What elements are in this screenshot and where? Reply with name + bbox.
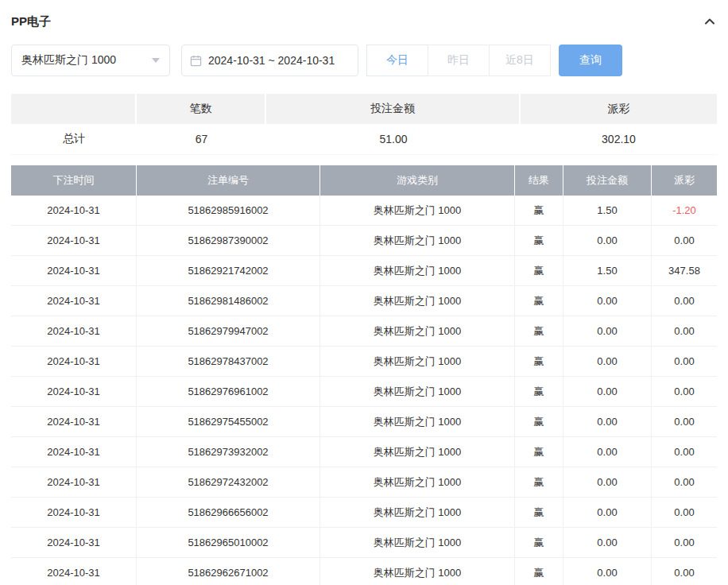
cell-game-type: 奥林匹斯之门 1000 bbox=[320, 316, 515, 347]
cell-bet-time: 2024-10-31 bbox=[11, 528, 137, 558]
date-range-picker[interactable]: 2024-10-31 ~ 2024-10-31 bbox=[181, 45, 358, 76]
cell-bet-amount: 0.00 bbox=[563, 437, 652, 467]
summary-total-count: 67 bbox=[137, 124, 266, 155]
panel-header: PP电子 bbox=[11, 11, 717, 32]
cell-bet-id: 51862981486002 bbox=[137, 286, 320, 316]
date-range-value: 2024-10-31 ~ 2024-10-31 bbox=[208, 54, 335, 67]
cell-bet-time: 2024-10-31 bbox=[11, 407, 137, 437]
col-header-game-type: 游戏类别 bbox=[320, 165, 515, 196]
cell-result: 赢 bbox=[515, 437, 563, 467]
table-row: 2024-10-3151862981486002奥林匹斯之门 1000赢0.00… bbox=[11, 286, 717, 316]
cell-bet-time: 2024-10-31 bbox=[11, 467, 137, 498]
summary-total-label: 总计 bbox=[11, 124, 137, 155]
cell-result: 赢 bbox=[515, 226, 563, 256]
cell-result: 赢 bbox=[515, 377, 563, 407]
cell-bet-time: 2024-10-31 bbox=[11, 377, 137, 407]
cell-bet-amount: 0.00 bbox=[563, 377, 652, 407]
cell-bet-id: 51862966656002 bbox=[137, 498, 320, 528]
quick-range-yesterday-button[interactable]: 昨日 bbox=[428, 45, 490, 76]
cell-bet-time: 2024-10-31 bbox=[11, 498, 137, 528]
col-header-payout: 派彩 bbox=[652, 165, 717, 196]
summary-total-payout: 302.10 bbox=[521, 124, 717, 155]
cell-bet-amount: 0.00 bbox=[563, 528, 652, 558]
cell-bet-amount: 0.00 bbox=[563, 316, 652, 347]
cell-bet-id: 51862976961002 bbox=[137, 377, 320, 407]
cell-payout: 0.00 bbox=[652, 407, 717, 437]
calendar-icon bbox=[190, 55, 202, 67]
cell-result: 赢 bbox=[515, 498, 563, 528]
table-row: 2024-10-3151862987390002奥林匹斯之门 1000赢0.00… bbox=[11, 226, 717, 256]
cell-bet-id: 51862985916002 bbox=[137, 196, 320, 226]
cell-bet-time: 2024-10-31 bbox=[11, 558, 137, 585]
cell-game-type: 奥林匹斯之门 1000 bbox=[320, 286, 515, 316]
col-header-bet-id: 注单编号 bbox=[137, 165, 320, 196]
summary-header-bet-amount: 投注金额 bbox=[266, 94, 521, 124]
cell-bet-amount: 0.00 bbox=[563, 286, 652, 316]
summary-total-row: 总计 67 51.00 302.10 bbox=[11, 124, 717, 155]
col-header-bet-amount: 投注金额 bbox=[563, 165, 652, 196]
summary-header-payout: 派彩 bbox=[521, 94, 717, 124]
cell-payout: 0.00 bbox=[652, 498, 717, 528]
summary-table: 笔数 投注金额 派彩 总计 67 51.00 302.10 bbox=[11, 94, 717, 155]
search-button[interactable]: 查询 bbox=[559, 45, 622, 76]
cell-payout: 0.00 bbox=[652, 528, 717, 558]
table-row: 2024-10-3151862972432002奥林匹斯之门 1000赢0.00… bbox=[11, 467, 717, 498]
cell-result: 赢 bbox=[515, 256, 563, 286]
cell-result: 赢 bbox=[515, 196, 563, 226]
table-row: 2024-10-3151862921742002奥林匹斯之门 1000赢1.50… bbox=[11, 256, 717, 286]
cell-bet-id: 51862979947002 bbox=[137, 316, 320, 347]
cell-result: 赢 bbox=[515, 467, 563, 498]
cell-game-type: 奥林匹斯之门 1000 bbox=[320, 558, 515, 585]
quick-range-today-button[interactable]: 今日 bbox=[366, 45, 428, 76]
quick-range-group: 今日 昨日 近8日 bbox=[366, 45, 551, 76]
cell-payout: -1.20 bbox=[652, 196, 717, 226]
cell-payout: 0.00 bbox=[652, 467, 717, 498]
table-row: 2024-10-3151862975455002奥林匹斯之门 1000赢0.00… bbox=[11, 407, 717, 437]
table-row: 2024-10-3151862962671002奥林匹斯之门 1000赢0.00… bbox=[11, 558, 717, 585]
cell-bet-amount: 0.00 bbox=[563, 467, 652, 498]
collapse-chevron-up-icon[interactable] bbox=[703, 14, 717, 29]
cell-bet-id: 51862973932002 bbox=[137, 437, 320, 467]
cell-game-type: 奥林匹斯之门 1000 bbox=[320, 407, 515, 437]
game-select[interactable]: 奥林匹斯之门 1000 bbox=[11, 45, 170, 76]
cell-result: 赢 bbox=[515, 347, 563, 377]
cell-payout: 0.00 bbox=[652, 558, 717, 585]
cell-bet-amount: 0.00 bbox=[563, 498, 652, 528]
cell-payout: 0.00 bbox=[652, 377, 717, 407]
bet-table-body: 2024-10-3151862985916002奥林匹斯之门 1000赢1.50… bbox=[11, 196, 717, 585]
cell-bet-time: 2024-10-31 bbox=[11, 226, 137, 256]
cell-result: 赢 bbox=[515, 558, 563, 585]
game-select-value: 奥林匹斯之门 1000 bbox=[21, 53, 116, 68]
cell-bet-time: 2024-10-31 bbox=[11, 256, 137, 286]
cell-bet-time: 2024-10-31 bbox=[11, 286, 137, 316]
cell-bet-amount: 1.50 bbox=[563, 256, 652, 286]
cell-bet-time: 2024-10-31 bbox=[11, 437, 137, 467]
quick-range-8days-button[interactable]: 近8日 bbox=[489, 45, 551, 76]
cell-game-type: 奥林匹斯之门 1000 bbox=[320, 256, 515, 286]
cell-bet-id: 51862975455002 bbox=[137, 407, 320, 437]
cell-bet-amount: 0.00 bbox=[563, 347, 652, 377]
cell-bet-id: 51862921742002 bbox=[137, 256, 320, 286]
table-row: 2024-10-3151862979947002奥林匹斯之门 1000赢0.00… bbox=[11, 316, 717, 347]
panel-title: PP电子 bbox=[11, 14, 51, 29]
cell-payout: 0.00 bbox=[652, 437, 717, 467]
cell-bet-time: 2024-10-31 bbox=[11, 316, 137, 347]
col-header-bet-time: 下注时间 bbox=[11, 165, 137, 196]
cell-game-type: 奥林匹斯之门 1000 bbox=[320, 467, 515, 498]
cell-bet-id: 51862965010002 bbox=[137, 528, 320, 558]
cell-result: 赢 bbox=[515, 528, 563, 558]
col-header-result: 结果 bbox=[515, 165, 563, 196]
table-row: 2024-10-3151862965010002奥林匹斯之门 1000赢0.00… bbox=[11, 528, 717, 558]
cell-result: 赢 bbox=[515, 316, 563, 347]
cell-bet-amount: 0.00 bbox=[563, 226, 652, 256]
cell-bet-id: 51862987390002 bbox=[137, 226, 320, 256]
cell-bet-time: 2024-10-31 bbox=[11, 347, 137, 377]
cell-bet-amount: 0.00 bbox=[563, 407, 652, 437]
cell-payout: 0.00 bbox=[652, 347, 717, 377]
table-row: 2024-10-3151862985916002奥林匹斯之门 1000赢1.50… bbox=[11, 196, 717, 226]
cell-bet-amount: 0.00 bbox=[563, 558, 652, 585]
cell-result: 赢 bbox=[515, 407, 563, 437]
cell-game-type: 奥林匹斯之门 1000 bbox=[320, 437, 515, 467]
table-row: 2024-10-3151862966656002奥林匹斯之门 1000赢0.00… bbox=[11, 498, 717, 528]
cell-payout: 0.00 bbox=[652, 226, 717, 256]
